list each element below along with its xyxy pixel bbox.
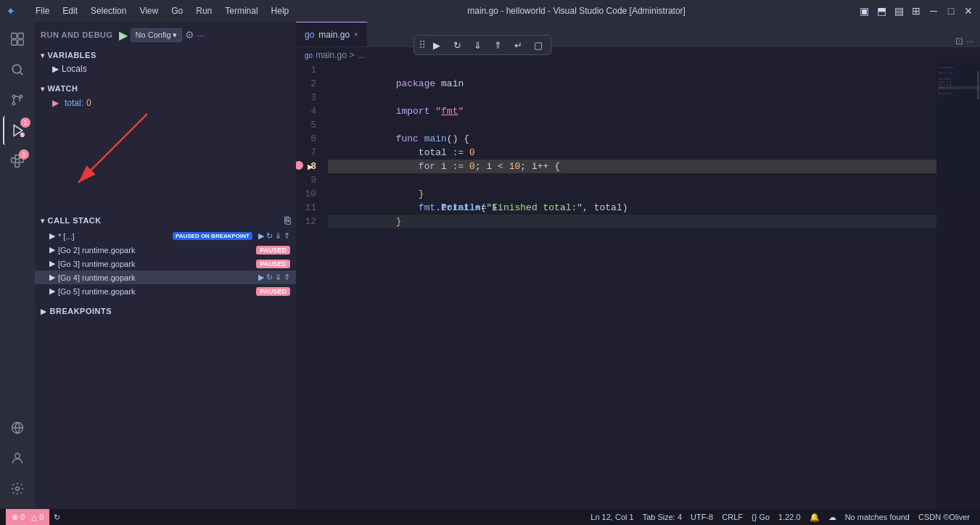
thread0-continue-icon[interactable]: ▶ [258,231,264,241]
callstack-thread-2[interactable]: ▶ [Go 3] runtime.gopark PAUSED [35,257,296,270]
menu-run[interactable]: Run [190,4,218,17]
callstack-copy-button[interactable]: ⎘ [284,215,291,226]
callstack-thread-1[interactable]: ▶ [Go 2] runtime.gopark PAUSED [35,243,296,257]
red-arrow-annotation [35,110,216,212]
debug-config-select[interactable]: No Config ▾ [131,28,182,42]
code-line-9: } [328,173,936,187]
status-bar: ⊗ 0 △ 0 ↻ Ln 12, Col 1 Tab Size: 4 UTF-8… [0,509,980,525]
debug-step-into-button[interactable]: ⇑ [490,37,506,53]
callstack-header[interactable]: ▾ CALL STACK ⎘ [35,212,296,229]
menu-view[interactable]: View [133,4,164,17]
debug-continue-button[interactable]: ▶ [429,37,445,53]
activity-explorer[interactable] [3,25,32,54]
status-debug-indicator[interactable]: ⊗ 0 △ 0 [6,509,49,525]
activity-account[interactable] [3,444,32,473]
watch-item: ▶ total: 0 [35,96,296,110]
activity-settings[interactable] [3,474,32,503]
status-line-ending[interactable]: CRLF [717,509,747,525]
thread3-restart-icon[interactable]: ↻ [266,273,273,282]
menu-selection[interactable]: Selection [85,4,132,17]
svg-rect-16 [15,163,20,168]
window-controls: ▣ ⬒ ▤ ⊞ ─ □ ✕ [858,5,974,17]
activity-remote[interactable] [3,413,32,442]
activity-run-debug[interactable]: 1 1 [3,116,32,145]
callstack-thread-3[interactable]: ▶ [Go 4] runtime.gopark ▶ ↻ ⇓ ⇑ [35,270,296,284]
editor-layout-button[interactable]: ⊡ ··· [950,36,980,46]
panel-icon[interactable]: ⬒ [876,5,887,17]
debug-step-out-button[interactable]: ↵ [510,37,526,53]
status-encoding[interactable]: UTF-8 [686,509,717,525]
variables-header[interactable]: ▾ VARIABLES [35,48,296,62]
menu-file[interactable]: File [30,4,55,17]
variables-section: ▾ VARIABLES ▶ Locals [35,48,296,75]
tab-filename: main.go [318,30,350,40]
status-language[interactable]: {} Go [747,509,774,525]
code-line-5: func main() { [328,118,936,132]
go-file-icon: go [305,30,314,40]
minimap-content: package main import "fmt" func main() { … [936,63,980,101]
editor-tab-main-go[interactable]: go main.go × [296,22,368,46]
svg-point-6 [12,95,15,97]
status-position[interactable]: Ln 12, Col 1 [586,509,638,525]
menu-help[interactable]: Help [265,4,295,17]
debug-restart-button[interactable]: ↻ [449,37,465,53]
thread3-step-up-icon[interactable]: ⇑ [284,273,290,282]
code-content[interactable]: package main import "fmt" func main() { … [325,63,936,509]
language-text: {} Go [752,513,770,521]
bell-icon: 🔔 [810,513,820,522]
thread0-expand-icon: ▶ [49,231,55,241]
debug-play-button[interactable]: ▶ [119,28,128,42]
tab-close-button[interactable]: × [354,30,358,38]
locals-item[interactable]: ▶ Locals [35,62,296,75]
breakpoints-chevron-icon: ▶ [41,307,47,315]
thread0-step-over-icon[interactable]: ↻ [266,231,273,241]
minimap: package main import "fmt" func main() { … [936,63,980,509]
debug-error-count: 0 [20,513,25,521]
watch-header[interactable]: ▾ WATCH [35,81,296,96]
drag-handle[interactable]: ⠿ [419,39,424,51]
activity-search[interactable] [3,55,32,84]
menu-edit[interactable]: Edit [57,4,83,17]
svg-rect-1 [18,33,23,38]
position-text: Ln 12, Col 1 [590,513,633,521]
menu-go[interactable]: Go [165,4,189,17]
breakpoints-section: ▶ BREAKPOINTS [35,304,296,318]
breadcrumb-more[interactable]: ... [358,50,365,60]
svg-rect-3 [18,40,23,45]
thread3-continue-icon[interactable]: ▶ [258,273,264,282]
callstack-thread-4[interactable]: ▶ [Go 5] runtime.gopark PAUSED [35,284,296,298]
debug-more-icon[interactable]: ··· [197,30,205,41]
minimize-button[interactable]: ─ [928,5,939,17]
svg-rect-0 [12,33,17,38]
callstack-chevron-icon: ▾ [41,217,45,225]
status-go-version[interactable]: 1.22.0 [774,509,805,525]
activity-source-control[interactable] [3,86,32,115]
close-button[interactable]: ✕ [963,5,974,17]
status-tab-size[interactable]: Tab Size: 4 [638,509,686,525]
status-notification[interactable]: 🔔 [805,509,824,525]
debug-gear-icon[interactable]: ⚙ [185,29,194,41]
callstack-thread-0[interactable]: ▶ * [...] PAUSED ON BREAKPOINT ▶ ↻ ⇓ ⇑ [35,229,296,243]
activity-extensions[interactable]: 1 [3,146,32,175]
layout2-icon[interactable]: ⊞ [910,5,922,17]
thread1-paused-badge: PAUSED [256,246,290,255]
breakpoints-header[interactable]: ▶ BREAKPOINTS [35,304,296,318]
maximize-button[interactable]: □ [945,5,957,17]
thread0-step-up-icon[interactable]: ⇑ [284,231,290,241]
thread3-step-down-icon[interactable]: ⇓ [275,273,281,282]
thread0-step-down-icon[interactable]: ⇓ [275,231,281,241]
chevron-down-icon: ▾ [173,30,177,40]
layout-icon[interactable]: ▣ [858,5,870,17]
debug-step-over-button[interactable]: ⇓ [469,37,485,53]
sidebar-icon[interactable]: ▤ [893,5,905,17]
breadcrumb-filename[interactable]: main.go [316,50,347,60]
code-editor[interactable]: 1 2 3 4 5 6 7 8 9 10 11 12 package main [296,63,936,509]
code-line-4 [328,104,936,118]
status-remote[interactable]: ☁ [824,509,841,525]
callstack-section: ▾ CALL STACK ⎘ ▶ * [...] PAUSED ON BREAK… [35,212,296,298]
window-title: main.go - helloworld - Visual Studio Cod… [306,6,847,16]
activity-bar: 1 1 1 [0,22,35,509]
menu-terminal[interactable]: Terminal [219,4,263,17]
debug-stop-button[interactable]: ▢ [530,37,546,53]
status-sync[interactable]: ↻ [49,509,65,525]
